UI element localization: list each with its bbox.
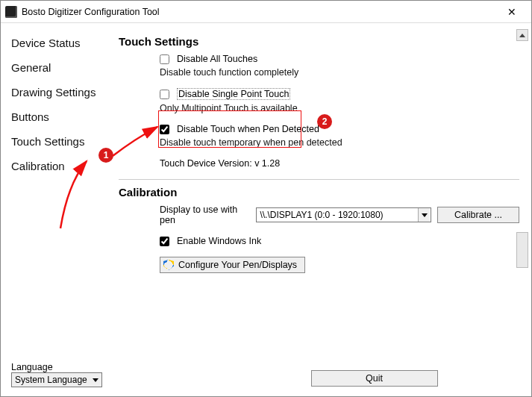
quit-button[interactable]: Quit xyxy=(311,370,438,387)
configure-pen-button[interactable]: Configure Your Pen/Displays xyxy=(160,257,305,273)
titlebar: Bosto Digitizer Configuration Tool ✕ xyxy=(1,1,531,23)
disable-single-touch-label: Disable Single Point Touch xyxy=(177,88,290,100)
sidebar: Device Status General Drawing Settings B… xyxy=(1,23,113,396)
scroll-up-button[interactable] xyxy=(516,29,528,41)
divider xyxy=(119,179,519,180)
disable-all-touches-checkbox[interactable]: Disable All Touches xyxy=(160,54,519,64)
sidebar-item-calibration[interactable]: Calibration xyxy=(11,154,113,178)
display-select-value: \\.\DISPLAY1 (0:0 - 1920:1080) xyxy=(260,210,383,220)
window-title: Bosto Digitizer Configuration Tool xyxy=(22,7,497,17)
enable-windows-ink-input[interactable] xyxy=(160,237,169,246)
chevron-down-icon xyxy=(90,374,101,386)
calibrate-button[interactable]: Calibrate ... xyxy=(437,207,519,223)
disable-single-touch-input[interactable] xyxy=(160,90,169,99)
enable-windows-ink-label: Enable Windows Ink xyxy=(177,236,261,246)
close-icon[interactable]: ✕ xyxy=(497,1,527,23)
sidebar-item-buttons[interactable]: Buttons xyxy=(11,104,113,129)
chevron-down-icon xyxy=(418,208,430,222)
shield-icon xyxy=(163,260,174,270)
disable-touch-pen-input[interactable] xyxy=(160,125,169,134)
sidebar-item-general[interactable]: General xyxy=(11,55,113,80)
main-panel: Touch Settings Disable All Touches Disab… xyxy=(113,23,531,396)
sidebar-item-drawing-settings[interactable]: Drawing Settings xyxy=(11,80,113,104)
disable-touch-pen-label: Disable Touch when Pen Detected xyxy=(177,124,319,134)
configure-pen-label: Configure Your Pen/Displays xyxy=(178,260,297,270)
touch-device-version: Touch Device Version: v 1.28 xyxy=(160,158,519,169)
app-icon xyxy=(5,6,17,18)
display-select[interactable]: \\.\DISPLAY1 (0:0 - 1920:1080) xyxy=(256,207,431,222)
display-to-use-label: Display to use with pen xyxy=(160,204,250,225)
disable-single-touch-desc: Only Multipoint Touch is available xyxy=(160,103,519,113)
sidebar-item-device-status[interactable]: Device Status xyxy=(11,31,113,55)
disable-all-touches-desc: Disable touch function completely xyxy=(160,67,519,78)
language-value: System Language xyxy=(15,375,87,385)
disable-touch-pen-desc: Disable touch temporary when pen detecte… xyxy=(160,137,519,148)
disable-all-touches-label: Disable All Touches xyxy=(177,54,257,64)
language-select[interactable]: System Language xyxy=(11,372,102,387)
touch-settings-heading: Touch Settings xyxy=(119,35,519,48)
enable-windows-ink-checkbox[interactable]: Enable Windows Ink xyxy=(160,236,519,246)
disable-touch-pen-checkbox[interactable]: Disable Touch when Pen Detected xyxy=(160,124,519,134)
disable-single-touch-checkbox[interactable]: Disable Single Point Touch xyxy=(160,88,519,100)
scrollbar-thumb[interactable] xyxy=(516,232,528,268)
calibration-heading: Calibration xyxy=(119,186,519,198)
language-label: Language xyxy=(11,362,113,372)
disable-all-touches-input[interactable] xyxy=(160,54,169,64)
sidebar-item-touch-settings[interactable]: Touch Settings xyxy=(11,129,113,154)
